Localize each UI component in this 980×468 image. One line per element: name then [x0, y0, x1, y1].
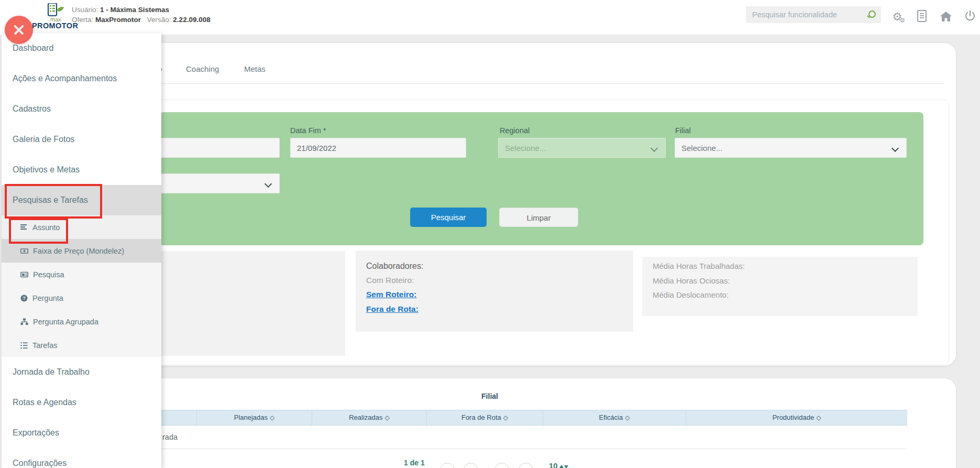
data-inicio-field[interactable]	[161, 138, 280, 158]
question-circle-icon: ?	[20, 295, 28, 302]
sidebar-item-jornada[interactable]: Jornada de Trabalho	[2, 357, 161, 387]
table-header-row: Planejadas◇ Realizadas◇ Fora de Rota◇ Ef…	[145, 410, 907, 426]
col-label: Fora de Rota	[461, 413, 501, 421]
filial-cell-fragment: rada	[162, 426, 178, 449]
filial-select[interactable]: Selecione...	[675, 138, 907, 158]
tabs-divider	[148, 83, 944, 84]
page-info: 1 de 1	[404, 459, 425, 467]
sort-icon: ◇	[816, 414, 821, 421]
submenu-label: Pergunta Agrupada	[33, 318, 98, 326]
chevron-down-icon	[651, 145, 658, 152]
app-root: max PROMOTOR Usuário: 1 - Máxima Sistema…	[0, 0, 980, 468]
align-left-icon	[20, 224, 28, 231]
submenu-label: Faixa de Preço (Mondelez)	[33, 247, 124, 255]
submenu-label: Assunto	[32, 223, 60, 232]
version-label: Versão:	[147, 16, 171, 24]
sidebar-item-pesquisas-tarefas[interactable]: Pesquisas e Tarefas	[2, 185, 161, 215]
col-planejadas[interactable]: Planejadas◇	[197, 410, 312, 426]
home-icon[interactable]	[938, 8, 954, 25]
media-horas-ociosas-label: Média Horas Ociosas:	[653, 276, 730, 285]
functionality-search	[746, 6, 881, 23]
sort-icon: ◇	[503, 414, 508, 421]
search-icon[interactable]	[868, 10, 876, 18]
settings-gears-icon[interactable]: ⚙ ⚙	[889, 8, 906, 25]
sidebar-menu: Dashboard Ações e Acompanhamentos Cadast…	[2, 33, 161, 468]
col-label: Realizadas	[349, 413, 382, 421]
regional-select[interactable]: Selecione...	[498, 138, 666, 158]
pesquisas-submenu: Assunto Faixa de Preço (Mondelez) Pesqui…	[2, 215, 161, 357]
col-label: Planejadas	[234, 413, 268, 421]
col-label: Produtividade	[773, 413, 814, 421]
col-label: Eficácia	[599, 413, 623, 421]
filter-form: Data Fim * Regional Selecione... Filial …	[159, 112, 923, 245]
page-size-value: 10	[549, 461, 558, 468]
col-eficacia[interactable]: Eficácia◇	[543, 410, 686, 426]
limpar-button[interactable]: Limpar	[499, 208, 578, 227]
regional-label: Regional	[500, 126, 530, 135]
tab-coaching[interactable]: Coaching	[186, 64, 219, 73]
submenu-item-pergunta[interactable]: ? Pergunta	[2, 286, 161, 310]
sidebar-item-acoes[interactable]: Ações e Acompanhamentos	[2, 63, 161, 94]
document-icon[interactable]	[913, 8, 930, 25]
pesquisar-button[interactable]: Pesquisar	[410, 208, 487, 227]
chevron-down-icon	[265, 180, 272, 188]
user-label: Usuário:	[72, 6, 98, 14]
sidebar-item-objetivos[interactable]: Objetivos e Metas	[2, 155, 161, 185]
offer-label: Oferta:	[72, 16, 93, 24]
sort-up-icon	[559, 465, 564, 468]
money-icon	[20, 247, 28, 255]
svg-text:?: ?	[23, 296, 26, 301]
sidebar-item-cadastros[interactable]: Cadastros	[2, 94, 161, 124]
table-title: Filial	[148, 392, 831, 400]
sidebar-item-galeria[interactable]: Galeria de Fotos	[2, 124, 161, 155]
submenu-item-faixa-preco[interactable]: Faixa de Preço (Mondelez)	[2, 239, 161, 263]
power-icon[interactable]	[962, 8, 978, 25]
media-deslocamento-label: Média Deslocamento:	[653, 290, 729, 299]
submenu-item-pesquisa[interactable]: Pesquisa	[2, 263, 161, 286]
filial-placeholder: Selecione...	[681, 144, 722, 153]
user-info: Usuário: 1 - Máxima Sistemas Oferta: Max…	[72, 5, 211, 25]
submenu-label: Pergunta	[32, 294, 63, 302]
hidden-label-select[interactable]	[161, 173, 280, 193]
chart-placeholder-card	[153, 251, 345, 356]
table-row[interactable]: rada	[145, 426, 907, 449]
regional-placeholder: Selecione...	[505, 144, 546, 153]
last-page-button[interactable]: »	[519, 463, 533, 468]
sidebar-item-rotas[interactable]: Rotas e Agendas	[2, 387, 161, 418]
prev-page-button[interactable]: ‹	[464, 463, 478, 468]
sem-roteiro-link[interactable]: Sem Roteiro:	[366, 290, 416, 299]
search-input[interactable]	[746, 6, 866, 23]
close-menu-button[interactable]	[5, 16, 33, 44]
version-value: 2.22.09.008	[173, 16, 210, 24]
table-panel: Filial Planejadas◇ Realizadas◇ Fora de R…	[148, 378, 956, 468]
sidebar-item-exportacoes[interactable]: Exportações	[2, 418, 161, 448]
filters-card: Data Fim * Regional Selecione... Filial …	[156, 100, 949, 365]
data-fim-field	[290, 138, 466, 158]
colaboradores-title: Colaboradores:	[366, 262, 423, 271]
sitemap-icon	[20, 318, 28, 325]
data-fim-input[interactable]	[291, 138, 466, 157]
next-page-button[interactable]: ›	[494, 463, 509, 468]
tab-metas[interactable]: Metas	[244, 64, 266, 73]
app-logo-icon	[44, 3, 65, 17]
media-horas-trabalhadas-label: Média Horas Trabalhadas:	[653, 262, 745, 270]
submenu-item-tarefas[interactable]: Tarefas	[2, 333, 161, 357]
medias-card: Média Horas Trabalhadas: Média Horas Oci…	[642, 257, 918, 316]
submenu-item-pergunta-agrupada[interactable]: Pergunta Agrupada	[2, 310, 161, 333]
gear-small-icon: ⚙	[899, 17, 905, 24]
offer-value: MaxPromotor	[95, 16, 141, 24]
page-size-select[interactable]: 10	[549, 461, 568, 468]
col-produtividade[interactable]: Produtividade◇	[686, 410, 907, 426]
colaboradores-card: Colaboradores: Com Roteiro: Sem Roteiro:…	[356, 251, 633, 332]
list-ol-icon	[20, 342, 28, 349]
fora-de-rota-link[interactable]: Fora de Rota:	[366, 304, 419, 314]
data-fim-label: Data Fim *	[290, 126, 326, 135]
user-value: 1 - Máxima Sistemas	[100, 6, 169, 14]
topbar: max PROMOTOR Usuário: 1 - Máxima Sistema…	[0, 0, 980, 35]
sort-icon: ◇	[385, 414, 390, 421]
first-page-button[interactable]: «	[440, 463, 455, 468]
sidebar-item-configuracoes[interactable]: Configurações	[2, 448, 161, 468]
col-realizadas[interactable]: Realizadas◇	[312, 410, 427, 426]
col-fora-de-rota[interactable]: Fora de Rota◇	[427, 410, 543, 426]
submenu-item-assunto[interactable]: Assunto	[2, 215, 161, 239]
